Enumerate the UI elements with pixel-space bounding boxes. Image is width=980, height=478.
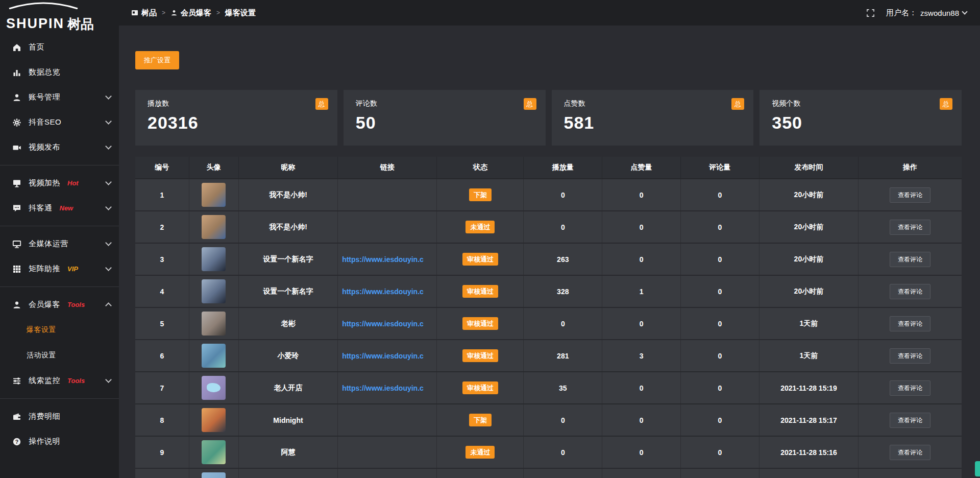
cell-time: 20小时前 — [759, 211, 858, 243]
column-header-5: 播放量 — [524, 157, 602, 179]
view-comments-button[interactable]: 查看评论 — [890, 187, 930, 203]
sidebar-subitem-9-1[interactable]: 活动设置 — [0, 343, 119, 368]
column-header-2: 昵称 — [238, 157, 337, 179]
status-badge[interactable]: 未通过 — [465, 446, 495, 459]
topbar-right: 用户名： zswodun88 — [866, 8, 967, 18]
cell-id: 9 — [135, 436, 189, 468]
status-badge[interactable]: 下架 — [469, 188, 492, 201]
cell-comments: 0 — [680, 404, 759, 436]
sidebar-item-10[interactable]: 线索监控Tools — [0, 368, 119, 393]
status-badge[interactable]: 审核通过 — [462, 285, 498, 298]
cell-nickname: 我不是小帅! — [238, 179, 337, 211]
promotion-settings-button[interactable]: 推广设置 — [135, 51, 179, 69]
sidebar-subitem-label: 爆客设置 — [27, 325, 56, 334]
sidebar-item-7[interactable]: 全媒体运营 — [0, 231, 119, 256]
cell-comments: 0 — [680, 179, 759, 211]
sidebar-item-label: 全媒体运营 — [29, 239, 68, 249]
table-row: 2我不是小帅!未通过00020小时前查看评论 — [135, 211, 962, 243]
cell-likes: 3 — [602, 340, 681, 372]
sidebar-item-tag: Tools — [67, 301, 85, 308]
sidebar-item-0[interactable]: 首页 — [0, 35, 119, 60]
stat-card-1: 评论数50总 — [344, 90, 546, 146]
avatar — [202, 183, 226, 207]
cell-id: 1 — [135, 179, 189, 211]
cell-comments: 0 — [680, 372, 759, 404]
table-row: 4设置一个新名字https://www.iesdouyin.c审核通过32810… — [135, 275, 962, 307]
chevron-down-icon — [105, 118, 112, 125]
view-comments-button[interactable]: 查看评论 — [890, 445, 930, 460]
cell-nickname: Midnight — [238, 404, 337, 436]
view-comments-button[interactable]: 查看评论 — [890, 348, 930, 364]
stat-card-label: 点赞数 — [564, 99, 744, 108]
column-header-1: 头像 — [189, 157, 238, 179]
cell-status: 审核通过 — [437, 372, 524, 404]
total-badge: 总 — [731, 98, 744, 110]
sidebar-item-tag: New — [60, 204, 74, 212]
username-label: 用户名： — [886, 8, 917, 18]
table-header-row: 编号头像昵称链接状态播放量点赞量评论量发布时间操作 — [135, 157, 962, 179]
breadcrumb-separator: > — [162, 9, 165, 16]
view-comments-button[interactable]: 查看评论 — [890, 284, 930, 299]
table-row: 7老人开店https://www.iesdouyin.c审核通过35002021… — [135, 372, 962, 404]
cell-action: 查看评论 — [859, 307, 962, 340]
sidebar-subitem-9-0[interactable]: 爆客设置 — [0, 317, 119, 343]
sidebar-item-tag: Tools — [67, 377, 85, 385]
cell-link: https://www.iesdouyin.c — [338, 372, 437, 404]
view-comments-button[interactable]: 查看评论 — [890, 413, 930, 428]
table-row: 9阿慧未通过0002021-11-28 15:16查看评论 — [135, 436, 962, 468]
sidebar-item-11[interactable]: 消费明细 — [0, 404, 119, 429]
sidebar-item-3[interactable]: 抖音SEO — [0, 110, 119, 135]
cell-action: 查看评论 — [859, 275, 962, 307]
view-comments-button[interactable]: 查看评论 — [890, 380, 930, 396]
sidebar-item-9[interactable]: 会员爆客Tools — [0, 292, 119, 317]
video-link[interactable]: https://www.iesdouyin.c — [342, 320, 424, 328]
home-icon — [12, 43, 21, 52]
stat-card-label: 视频个数 — [772, 99, 951, 108]
status-badge[interactable]: 审核通过 — [462, 253, 498, 266]
chat-float-widget[interactable] — [975, 461, 980, 476]
avatar-accent — [207, 383, 220, 392]
cell-action: 查看评论 — [859, 211, 962, 243]
status-badge[interactable]: 审核通过 — [462, 381, 498, 394]
cell-likes: 0 — [602, 307, 681, 340]
cell-action: 查看评论 — [859, 243, 962, 275]
stat-card-value: 20316 — [148, 113, 327, 133]
cell-comments: 0 — [680, 436, 759, 468]
breadcrumb-item-2[interactable]: 爆客设置 — [225, 8, 256, 18]
view-comments-button[interactable]: 查看评论 — [890, 220, 930, 235]
fullscreen-icon[interactable] — [866, 9, 875, 17]
sidebar-item-4[interactable]: 视频发布 — [0, 135, 119, 160]
sidebar-item-12[interactable]: ?操作说明 — [0, 429, 119, 454]
sidebar-item-1[interactable]: 数据总览 — [0, 60, 119, 85]
sidebar-item-8[interactable]: 矩阵助推VIP — [0, 256, 119, 281]
video-link[interactable]: https://www.iesdouyin.c — [342, 255, 424, 264]
view-comments-button[interactable]: 查看评论 — [890, 316, 930, 331]
table-row: 6小爱玲https://www.iesdouyin.c审核通过281301天前查… — [135, 340, 962, 372]
status-badge[interactable]: 审核通过 — [462, 317, 498, 330]
avatar — [202, 312, 226, 336]
sidebar-item-5[interactable]: 视频加热Hot — [0, 171, 119, 196]
cell-link — [338, 211, 437, 243]
cell-status: 审核通过 — [437, 340, 524, 372]
video-link[interactable]: https://www.iesdouyin.c — [342, 384, 424, 392]
sidebar-item-label: 视频发布 — [29, 142, 60, 152]
sidebar-item-6[interactable]: 抖客通New — [0, 196, 119, 221]
table-body: 1我不是小帅!下架00020小时前查看评论2我不是小帅!未通过00020小时前查… — [135, 179, 962, 478]
cell-avatar — [189, 211, 238, 243]
status-badge[interactable]: 下架 — [469, 414, 492, 426]
status-badge[interactable]: 未通过 — [465, 221, 495, 233]
video-icon — [12, 143, 21, 152]
sidebar-item-2[interactable]: 账号管理 — [0, 85, 119, 110]
video-link[interactable]: https://www.iesdouyin.c — [342, 288, 424, 296]
user-menu[interactable]: 用户名： zswodun88 — [886, 8, 967, 18]
cell-avatar — [189, 404, 238, 436]
sidebar-menu: 首页数据总览账号管理抖音SEO视频发布视频加热Hot抖客通New全媒体运营矩阵助… — [0, 35, 119, 454]
app-window: SHUPIN 树品 首页数据总览账号管理抖音SEO视频发布视频加热Hot抖客通N… — [0, 0, 980, 478]
breadcrumb-item-0[interactable]: 树品 — [131, 8, 157, 18]
video-link[interactable]: https://www.iesdouyin.c — [342, 352, 424, 360]
cell-id: 4 — [135, 275, 189, 307]
breadcrumb-item-1[interactable]: 会员爆客 — [170, 8, 211, 18]
view-comments-button[interactable]: 查看评论 — [890, 252, 930, 267]
breadcrumb: 树品>会员爆客>爆客设置 — [131, 8, 256, 18]
status-badge[interactable]: 审核通过 — [462, 349, 498, 362]
